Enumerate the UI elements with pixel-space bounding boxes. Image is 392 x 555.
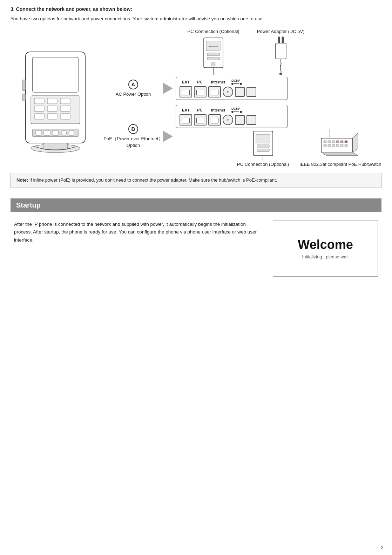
svg-rect-6 <box>34 106 44 111</box>
option-b-text: PoE（Power over Ethernet）Option <box>103 135 163 149</box>
internet-port-a <box>208 86 221 97</box>
svg-rect-1 <box>33 57 78 92</box>
arrow-a <box>163 83 173 94</box>
poe-hub-svg <box>319 129 361 161</box>
page: 3. Connect the network and power, as sho… <box>0 0 392 555</box>
power-adapter-svg <box>267 36 295 75</box>
startup-text: After the IP phone is connected to the n… <box>14 221 262 245</box>
pc-tower-svg: Internet <box>202 36 225 75</box>
ext-label-a: EXT <box>180 80 192 84</box>
option-b-row: B PoE（Power over Ethernet）Option EXT PC … <box>103 105 381 168</box>
dc5v-label-b: DC5V <box>231 107 242 113</box>
welcome-title: Welcome <box>298 237 353 252</box>
welcome-subtitle: Initializing...please wait <box>302 254 349 259</box>
poe-hub: IEEE 802.3af compliant PoE Hub/Switch <box>299 129 381 168</box>
svg-point-27 <box>211 62 215 66</box>
svg-rect-30 <box>278 37 280 43</box>
extra-port-2-a <box>246 87 256 97</box>
right-area: PC Connection (Optional) Internet <box>103 29 381 173</box>
power-adapter-top: Power Adapter (DC 5V) <box>257 29 305 75</box>
svg-rect-48 <box>336 144 339 147</box>
port-row-b <box>180 114 284 126</box>
svg-rect-35 <box>257 145 269 147</box>
section-header: 3. Connect the network and power, as sho… <box>11 6 381 12</box>
svg-rect-25 <box>207 53 219 56</box>
port-labels-a: EXT PC Internet DC5V <box>180 79 284 85</box>
pc-port-a <box>194 86 207 97</box>
svg-rect-34 <box>256 134 270 143</box>
main-diagram: PC Connection (Optional) Internet <box>11 29 381 173</box>
svg-rect-46 <box>328 144 331 147</box>
svg-point-16 <box>62 130 67 135</box>
arrow-b <box>163 131 173 142</box>
welcome-box: Welcome Initializing...please wait <box>273 221 378 277</box>
poe-hub-label: IEEE 802.3af compliant PoE Hub/Switch <box>299 161 381 168</box>
svg-rect-7 <box>47 106 57 111</box>
svg-rect-3 <box>34 98 44 104</box>
pc-connection-top: PC Connection (Optional) Internet <box>188 29 239 75</box>
svg-rect-32 <box>279 73 282 75</box>
svg-rect-10 <box>47 114 57 119</box>
extra-port-1-a <box>235 87 245 97</box>
dc5v-label-a: DC5V <box>231 79 242 85</box>
svg-rect-40 <box>328 141 331 143</box>
svg-rect-29 <box>276 43 286 59</box>
extra-port-1-b <box>235 115 245 125</box>
poe-pc: PC Connection (Optional) <box>237 129 289 168</box>
pc-label-a: PC <box>194 80 206 84</box>
page-number: 2 <box>381 545 384 550</box>
internet-label-a: Internet <box>208 80 229 84</box>
note-text: If inline power (PoE) is provided, you d… <box>29 177 277 183</box>
dc-port-a <box>223 87 233 97</box>
port-panel-a: EXT PC Internet DC5V <box>176 77 288 100</box>
svg-rect-41 <box>332 141 335 143</box>
option-b-badge: B PoE（Power over Ethernet）Option <box>103 124 163 149</box>
svg-rect-36 <box>257 149 269 151</box>
circle-b: B <box>128 124 138 134</box>
phone-svg <box>15 45 99 157</box>
poe-pc-label: PC Connection (Optional) <box>237 161 289 168</box>
svg-rect-15 <box>52 130 59 135</box>
option-a-badge: A AC Power Option <box>103 80 163 98</box>
port-panel-b: EXT PC Internet DC5V <box>176 105 288 128</box>
svg-rect-21 <box>43 143 68 149</box>
poe-pc-svg <box>252 129 275 161</box>
power-adapter-label-top: Power Adapter (DC 5V) <box>257 29 305 34</box>
svg-text:Internet: Internet <box>208 45 218 48</box>
startup-content: After the IP phone is connected to the n… <box>11 221 381 277</box>
phone-illustration <box>11 29 103 173</box>
svg-rect-14 <box>44 130 50 135</box>
note-label: Note: <box>16 177 28 183</box>
svg-rect-19 <box>22 94 26 101</box>
svg-rect-50 <box>345 144 347 147</box>
svg-rect-9 <box>34 114 44 119</box>
poe-devices: PC Connection (Optional) <box>237 129 381 168</box>
pc-port-b <box>194 114 207 126</box>
svg-rect-11 <box>60 114 70 119</box>
option-a-text: AC Power Option <box>116 91 151 98</box>
circle-a: A <box>128 80 138 89</box>
internet-port-b <box>208 114 221 126</box>
svg-rect-39 <box>324 141 326 143</box>
extra-port-2-b <box>246 115 256 125</box>
startup-header: Startup <box>11 198 381 212</box>
svg-rect-17 <box>69 130 74 135</box>
svg-rect-42 <box>336 141 339 143</box>
dc-port-b <box>223 115 233 125</box>
note-box: Note: If inline power (PoE) is provided,… <box>11 173 381 188</box>
port-labels-b: EXT PC Internet DC5V <box>180 107 284 113</box>
svg-rect-47 <box>332 144 335 147</box>
port-row-a <box>180 86 284 97</box>
option-a-row: A AC Power Option EXT PC Internet DC5V <box>103 77 381 100</box>
devices-illustration: PC Connection (Optional) Internet <box>110 29 381 75</box>
poe-right-col: EXT PC Internet DC5V <box>176 105 381 168</box>
svg-rect-43 <box>340 141 343 143</box>
internet-label-b: Internet <box>208 108 229 112</box>
ext-label-b: EXT <box>180 108 192 112</box>
intro-text: You have two options for network and pow… <box>11 15 381 22</box>
svg-rect-31 <box>282 37 284 43</box>
svg-rect-18 <box>22 80 26 90</box>
svg-rect-45 <box>324 144 326 147</box>
svg-rect-49 <box>340 144 343 147</box>
svg-rect-44 <box>345 141 347 143</box>
